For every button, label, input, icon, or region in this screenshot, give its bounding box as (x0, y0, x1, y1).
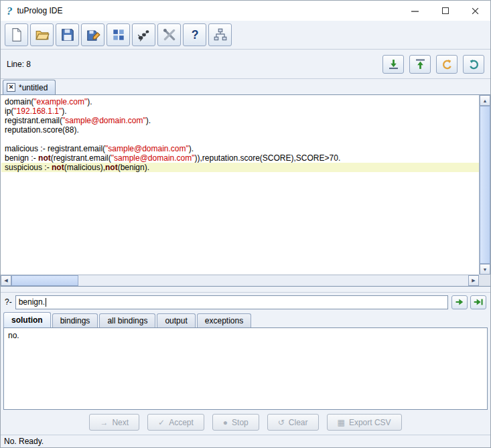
solve-all-icon (473, 297, 484, 307)
solution-panel: no. (3, 327, 488, 410)
titlebar: ? tuProlog IDE (1, 1, 490, 21)
query-input[interactable]: benign. (15, 295, 448, 309)
accept-button[interactable]: ✓Accept (147, 414, 204, 431)
code-line[interactable]: ip("192.168.1.1"). (1, 106, 479, 116)
close-icon (472, 7, 479, 15)
save-as-icon (86, 27, 100, 42)
stop-button[interactable]: ●Stop (212, 414, 259, 431)
redo-icon (468, 58, 480, 70)
code-line[interactable]: malicious :- registrant.email("sample@do… (1, 144, 479, 153)
minimize-button[interactable] (400, 1, 430, 21)
statusbar: No. Ready. (1, 435, 490, 447)
window-title: tuProlog IDE (17, 6, 63, 15)
vertical-scroll-thumb[interactable] (480, 106, 490, 264)
undo-button[interactable] (436, 55, 458, 74)
solve-button[interactable] (451, 295, 468, 309)
redo-button[interactable] (463, 55, 484, 74)
next-icon: → (100, 419, 108, 427)
stop-icon: ● (223, 419, 228, 427)
tab-untitled[interactable]: ✕ *untitled (3, 80, 56, 94)
panel-divider (1, 287, 490, 292)
save-as-button[interactable] (81, 23, 104, 46)
open-folder-icon (35, 27, 50, 42)
tab-exceptions[interactable]: exceptions (197, 313, 251, 327)
query-value: benign. (19, 297, 45, 307)
action-row: →Next✓Accept●Stop↺Clear▦Export CSV (1, 410, 490, 435)
new-button[interactable] (5, 23, 28, 46)
tab-output[interactable]: output (157, 313, 195, 327)
help-icon: ? (188, 27, 202, 42)
line-indicator: Line: 8 (7, 60, 31, 69)
editor-toolbar-buttons (382, 55, 484, 74)
scroll-up-icon[interactable]: ▲ (480, 95, 490, 106)
flowchart-icon (213, 27, 228, 42)
help-button[interactable]: ? (183, 23, 206, 46)
export-csv-button[interactable]: ▦Export CSV (327, 414, 402, 431)
query-buttons (451, 295, 486, 309)
vertical-scrollbar[interactable]: ▲ ▼ (479, 95, 490, 275)
plugins-button[interactable] (107, 23, 130, 46)
preferences-button[interactable] (157, 23, 181, 46)
new-file-icon (9, 27, 24, 42)
horizontal-scroll-thumb[interactable] (11, 275, 78, 286)
download-theory-button[interactable] (409, 55, 431, 74)
tab-solution[interactable]: solution (3, 312, 51, 327)
tuprolog-window: ? tuProlog IDE ? Line: 8 ✕ *untitled dom… (0, 0, 491, 448)
scroll-left-icon[interactable]: ◀ (1, 275, 11, 286)
ant-icon (137, 27, 151, 42)
editor-status-row: Line: 8 (1, 50, 490, 79)
solution-text: no. (8, 331, 19, 340)
open-button[interactable] (30, 23, 54, 46)
button-label: Export CSV (349, 418, 391, 427)
code-line[interactable]: benign :- not(registrant.email("sample@d… (1, 153, 479, 163)
app-logo-icon: ? (7, 5, 13, 17)
scroll-down-icon[interactable]: ▼ (480, 264, 490, 275)
query-row: ?- benign. (1, 292, 490, 311)
solve-icon (454, 297, 466, 307)
accept-icon: ✓ (158, 419, 165, 427)
scrollbar-corner (479, 275, 490, 286)
result-tabs: solutionbindingsall bindingsoutputexcept… (1, 311, 490, 327)
close-button[interactable] (460, 1, 490, 21)
code-line[interactable]: suspicious :- not(malicious),not(benign)… (1, 163, 479, 172)
code-line[interactable]: registrant.email("sample@domain.com"). (1, 116, 479, 125)
status-text: No. Ready. (4, 437, 44, 446)
code-line[interactable]: domain("example.com"). (1, 97, 479, 106)
ide-layout-button[interactable] (208, 23, 232, 46)
caption-buttons (400, 1, 490, 21)
clear-button[interactable]: ↺Clear (267, 414, 319, 431)
upload-theory-button[interactable] (382, 55, 404, 74)
tab-label: *untitled (19, 83, 48, 92)
undo-icon (441, 58, 453, 70)
code-line[interactable] (1, 135, 479, 144)
query-prompt: ?- (5, 297, 12, 307)
horizontal-scrollbar[interactable]: ◀ ▶ (1, 275, 479, 286)
tab-all-bindings[interactable]: all bindings (99, 313, 155, 327)
toolbar: ? (1, 21, 490, 50)
theory-editor: domain("example.com").ip("192.168.1.1").… (1, 94, 490, 287)
plugin-icon (111, 27, 126, 42)
get-theory-icon (414, 58, 427, 70)
libraries-button[interactable] (132, 23, 155, 46)
save-button[interactable] (56, 23, 79, 46)
maximize-button[interactable] (430, 1, 460, 21)
tools-icon (162, 27, 177, 42)
tab-bindings[interactable]: bindings (52, 313, 98, 327)
text-caret (46, 298, 46, 307)
clear-icon: ↺ (278, 419, 285, 427)
button-label: Clear (289, 418, 308, 427)
export-csv-icon: ▦ (338, 419, 345, 427)
code-area[interactable]: domain("example.com").ip("192.168.1.1").… (1, 95, 479, 275)
close-tab-icon[interactable]: ✕ (7, 83, 15, 92)
button-label: Stop (232, 418, 249, 427)
next-button[interactable]: →Next (89, 414, 139, 431)
code-line[interactable]: reputation.score(88). (1, 125, 479, 135)
solve-all-button[interactable] (470, 295, 486, 309)
button-label: Next (112, 418, 129, 427)
button-label: Accept (169, 418, 194, 427)
save-icon (60, 27, 75, 42)
svg-text:?: ? (191, 28, 198, 42)
scroll-right-icon[interactable]: ▶ (468, 275, 479, 286)
minimize-icon (411, 7, 419, 15)
editor-tabrow: ✕ *untitled (1, 79, 490, 94)
